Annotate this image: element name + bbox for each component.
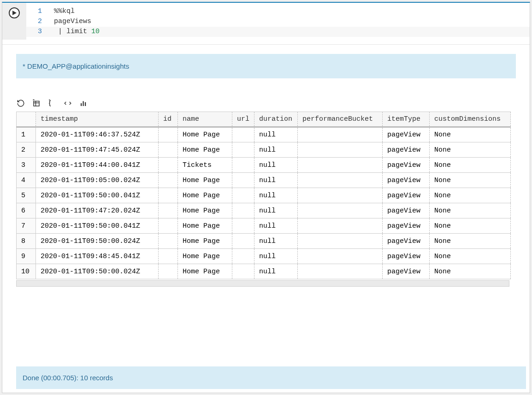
- column-header[interactable]: performanceBucket: [298, 112, 383, 127]
- cell-timestamp: 2020-01-11T09:47:20.024Z: [36, 203, 159, 218]
- cell-name: Home Page: [178, 264, 232, 279]
- column-header[interactable]: name: [178, 112, 232, 127]
- play-icon: [12, 11, 17, 15]
- cell-name: Home Page: [178, 218, 232, 234]
- cell-customDimensions: None: [430, 249, 511, 264]
- table-row[interactable]: 102020-01-11T09:50:00.024ZHome Pagenullp…: [17, 264, 511, 279]
- cell-itemType: pageView: [383, 234, 430, 249]
- cell-performanceBucket: [298, 249, 383, 264]
- cell-name: Home Page: [178, 249, 232, 264]
- column-header[interactable]: itemType: [383, 112, 430, 127]
- column-header[interactable]: id: [159, 112, 178, 127]
- cell-customDimensions: None: [430, 218, 511, 234]
- cell-itemType: pageView: [383, 173, 430, 188]
- horizontal-scrollbar[interactable]: [16, 280, 509, 287]
- table-row[interactable]: 92020-01-11T09:48:45.041ZHome Pagenullpa…: [17, 249, 511, 264]
- cell-url: [232, 188, 254, 203]
- cell-id: [159, 158, 178, 173]
- cell-timestamp: 2020-01-11T09:50:00.041Z: [36, 218, 159, 234]
- cell-timestamp: 2020-01-11T09:44:00.041Z: [36, 158, 159, 173]
- cell-itemType: pageView: [383, 127, 430, 142]
- line-number: 1: [26, 6, 54, 17]
- table-row[interactable]: 82020-01-11T09:50:00.024ZHome Pagenullpa…: [17, 234, 511, 249]
- cell-customDimensions: None: [430, 173, 511, 188]
- to-json-icon[interactable]: [47, 99, 57, 108]
- line-number: 3: [26, 27, 54, 37]
- cell-performanceBucket: [298, 218, 383, 234]
- run-cell-button[interactable]: [9, 7, 20, 18]
- table-row[interactable]: 12020-01-11T09:46:37.524ZHome Pagenullpa…: [17, 127, 511, 142]
- cell-performanceBucket: [298, 158, 383, 173]
- source-banner: * DEMO_APP@applicationinsights: [16, 54, 516, 78]
- cell-id: [159, 234, 178, 249]
- cell-duration: null: [254, 142, 298, 158]
- cell-timestamp: 2020-01-11T09:50:00.024Z: [36, 264, 159, 279]
- cell-timestamp: 2020-01-11T09:50:00.041Z: [36, 188, 159, 203]
- cell-url: [232, 158, 254, 173]
- cell-timestamp: 2020-01-11T09:50:00.024Z: [36, 234, 159, 249]
- cell-performanceBucket: [298, 234, 383, 249]
- row-index: 9: [17, 249, 36, 264]
- table-row[interactable]: 52020-01-11T09:50:00.041ZHome Pagenullpa…: [17, 188, 511, 203]
- cell-id: [159, 188, 178, 203]
- status-banner: Done (00:00.705): 10 records: [16, 366, 526, 389]
- cell-duration: null: [254, 234, 298, 249]
- cell-performanceBucket: [298, 264, 383, 279]
- row-index: 10: [17, 264, 36, 279]
- row-index: 2: [17, 142, 36, 158]
- row-index: 1: [17, 127, 36, 142]
- cell-timestamp: 2020-01-11T09:47:45.024Z: [36, 142, 159, 158]
- column-header[interactable]: [17, 112, 36, 127]
- column-header[interactable]: duration: [254, 112, 298, 127]
- row-index: 4: [17, 173, 36, 188]
- svg-rect-2: [81, 103, 82, 106]
- svg-rect-3: [83, 101, 84, 106]
- cell-url: [232, 142, 254, 158]
- expand-icon[interactable]: [63, 99, 72, 108]
- code-line: 2pageViews: [26, 17, 530, 27]
- column-header[interactable]: customDimensions: [430, 112, 511, 127]
- cell-id: [159, 203, 178, 218]
- cell-itemType: pageView: [383, 188, 430, 203]
- cell-id: [159, 173, 178, 188]
- result-table-wrap: timestampidnameurldurationperformanceBuc…: [16, 112, 530, 287]
- column-header[interactable]: url: [232, 112, 254, 127]
- cell-duration: null: [254, 158, 298, 173]
- output-toolbar: [2, 97, 530, 112]
- cell-customDimensions: None: [430, 127, 511, 142]
- column-header[interactable]: timestamp: [36, 112, 159, 127]
- cell-itemType: pageView: [383, 249, 430, 264]
- code-line: 1%%kql: [26, 6, 530, 17]
- cell-id: [159, 264, 178, 279]
- chart-icon[interactable]: [79, 99, 88, 108]
- table-row[interactable]: 42020-01-11T09:05:00.024ZHome Pagenullpa…: [17, 173, 511, 188]
- cell-customDimensions: None: [430, 158, 511, 173]
- cell-itemType: pageView: [383, 158, 430, 173]
- cell-duration: null: [254, 173, 298, 188]
- refresh-table-icon[interactable]: [32, 99, 41, 108]
- cell-itemType: pageView: [383, 264, 430, 279]
- cell-name: Home Page: [178, 188, 232, 203]
- cell-url: [232, 249, 254, 264]
- svg-rect-1: [34, 101, 39, 106]
- run-button-gutter: [2, 3, 26, 40]
- cell-id: [159, 218, 178, 234]
- table-row[interactable]: 32020-01-11T09:44:00.041ZTicketsnullpage…: [17, 158, 511, 173]
- cell-performanceBucket: [298, 173, 383, 188]
- line-content: %%kql: [54, 6, 530, 17]
- row-index: 3: [17, 158, 36, 173]
- cell-name: Tickets: [178, 158, 232, 173]
- svg-marker-0: [12, 11, 17, 15]
- code-editor[interactable]: 1%%kql2pageViews3 | limit 10: [26, 3, 530, 44]
- result-table: timestampidnameurldurationperformanceBuc…: [16, 112, 511, 279]
- row-index: 8: [17, 234, 36, 249]
- table-row[interactable]: 62020-01-11T09:47:20.024ZHome Pagenullpa…: [17, 203, 511, 218]
- table-row[interactable]: 22020-01-11T09:47:45.024ZHome Pagenullpa…: [17, 142, 511, 158]
- cell-name: Home Page: [178, 234, 232, 249]
- table-row[interactable]: 72020-01-11T09:50:00.041ZHome Pagenullpa…: [17, 218, 511, 234]
- notebook-cell: 1%%kql2pageViews3 | limit 10 * DEMO_APP@…: [2, 2, 530, 393]
- row-index: 7: [17, 218, 36, 234]
- cell-duration: null: [254, 203, 298, 218]
- line-content: | limit 10: [54, 27, 530, 37]
- refresh-data-icon[interactable]: [16, 99, 25, 108]
